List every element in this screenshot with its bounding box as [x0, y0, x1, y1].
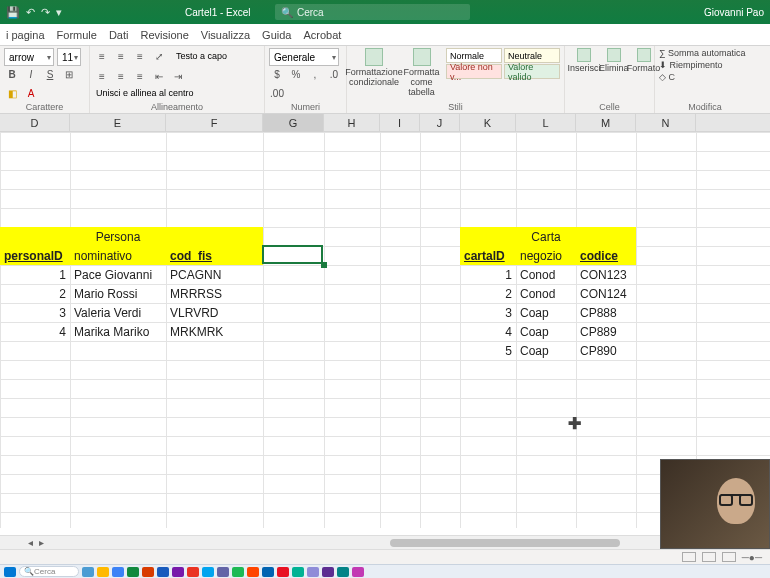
col-header-E[interactable]: E	[70, 114, 166, 132]
col-header-D[interactable]: D	[0, 114, 70, 132]
cell-M5[interactable]	[576, 227, 636, 246]
tab-help[interactable]: Guida	[262, 29, 291, 41]
selected-cell[interactable]	[262, 245, 323, 264]
tab-review[interactable]: Revisione	[140, 29, 188, 41]
task-view-icon[interactable]	[82, 567, 94, 577]
indent-inc-icon[interactable]: ⇥	[170, 69, 186, 85]
app8-icon[interactable]	[307, 567, 319, 577]
italic-button[interactable]: I	[23, 67, 39, 83]
undo-icon[interactable]: ↶	[26, 6, 35, 19]
merge-center-button[interactable]: Unisci e allinea al centro	[96, 88, 194, 98]
view-layout-icon[interactable]	[702, 552, 716, 562]
spotify-icon[interactable]	[232, 567, 244, 577]
insert-cells-button[interactable]: Inserisci	[569, 48, 599, 100]
qat-more-icon[interactable]: ▾	[56, 6, 62, 19]
col-header-L[interactable]: L	[516, 114, 576, 132]
comma-icon[interactable]: ,	[307, 67, 323, 83]
col-header-J[interactable]: J	[420, 114, 460, 132]
cell-E10[interactable]: Marika Mariko	[70, 322, 166, 341]
col-header-I[interactable]: I	[380, 114, 420, 132]
tell-me-search[interactable]: 🔍 Cerca	[275, 4, 470, 20]
sheet-tabs[interactable]: ◂▸	[28, 537, 44, 548]
app6-icon[interactable]	[277, 567, 289, 577]
font-size-dropdown[interactable]: 11	[57, 48, 81, 66]
app-icon[interactable]	[187, 567, 199, 577]
view-break-icon[interactable]	[722, 552, 736, 562]
col-header-N[interactable]: N	[636, 114, 696, 132]
teams-icon[interactable]	[172, 567, 184, 577]
tab-view[interactable]: Visualizza	[201, 29, 250, 41]
format-table-button[interactable]: Formatta come tabella	[399, 48, 444, 100]
scroll-thumb[interactable]	[390, 539, 620, 547]
cell-M6[interactable]: codice	[576, 246, 636, 265]
align-top-icon[interactable]: ≡	[94, 48, 110, 64]
app3-icon[interactable]	[217, 567, 229, 577]
horizontal-scrollbar[interactable]: ◂▸	[0, 535, 660, 549]
view-normal-icon[interactable]	[682, 552, 696, 562]
cell-D8[interactable]: 2	[0, 284, 70, 303]
cell-E9[interactable]: Valeria Verdi	[70, 303, 166, 322]
cell-D10[interactable]: 4	[0, 322, 70, 341]
align-mid-icon[interactable]: ≡	[113, 48, 129, 64]
app4-icon[interactable]	[247, 567, 259, 577]
number-format-dropdown[interactable]: Generale	[269, 48, 339, 66]
wrap-text-button[interactable]: Testo a capo	[176, 51, 227, 61]
col-header-K[interactable]: K	[460, 114, 516, 132]
conditional-formatting-button[interactable]: Formattazione condizionale	[351, 48, 397, 100]
cell-F7[interactable]: PCAGNN	[166, 265, 263, 284]
orientation-icon[interactable]: ⤢	[151, 48, 167, 64]
cell-L9[interactable]: Coap	[516, 303, 576, 322]
app2-icon[interactable]	[202, 567, 214, 577]
cell-F9[interactable]: VLRVRD	[166, 303, 263, 322]
cell-L10[interactable]: Coap	[516, 322, 576, 341]
cell-L6[interactable]: negozio	[516, 246, 576, 265]
taskbar-search[interactable]: 🔍 Cerca	[19, 566, 79, 577]
col-header-G[interactable]: G	[263, 114, 324, 132]
cell-E7[interactable]: Pace Giovanni	[70, 265, 166, 284]
cell-E6[interactable]: nominativo	[70, 246, 166, 265]
cell-M8[interactable]: CON124	[576, 284, 636, 303]
col-header-F[interactable]: F	[166, 114, 263, 132]
cell-K9[interactable]: 3	[460, 303, 516, 322]
cell-F6[interactable]: cod_fis	[166, 246, 263, 265]
app10-icon[interactable]	[337, 567, 349, 577]
tab-acrobat[interactable]: Acrobat	[303, 29, 341, 41]
tab-layout[interactable]: i pagina	[6, 29, 45, 41]
user-name[interactable]: Giovanni Pao	[704, 7, 764, 18]
start-icon[interactable]	[4, 567, 16, 577]
cell-M11[interactable]: CP890	[576, 341, 636, 360]
style-good[interactable]: Valore valido	[504, 64, 560, 79]
cell-L8[interactable]: Conod	[516, 284, 576, 303]
app11-icon[interactable]	[352, 567, 364, 577]
clear-button[interactable]: ◇ C	[659, 72, 751, 82]
cell-K10[interactable]: 4	[460, 322, 516, 341]
cell-M7[interactable]: CON123	[576, 265, 636, 284]
col-header-H[interactable]: H	[324, 114, 380, 132]
cell-F5[interactable]	[166, 227, 263, 246]
col-header-M[interactable]: M	[576, 114, 636, 132]
underline-button[interactable]: S	[42, 67, 58, 83]
style-bad[interactable]: Valore non v...	[446, 64, 502, 79]
dec-decimal-icon[interactable]: .00	[269, 86, 285, 102]
word-icon[interactable]	[157, 567, 169, 577]
inc-decimal-icon[interactable]: .0	[326, 67, 342, 83]
cell-L7[interactable]: Conod	[516, 265, 576, 284]
cell-M10[interactable]: CP889	[576, 322, 636, 341]
align-center-icon[interactable]: ≡	[113, 69, 129, 85]
delete-cells-button[interactable]: Elimina	[599, 48, 629, 100]
app5-icon[interactable]	[262, 567, 274, 577]
cell-K7[interactable]: 1	[460, 265, 516, 284]
cell-L5[interactable]: Carta	[516, 227, 576, 246]
cell-D6[interactable]: personalD	[0, 246, 70, 265]
tab-data[interactable]: Dati	[109, 29, 129, 41]
fill-button[interactable]: ⬇ Riempimento	[659, 60, 751, 70]
align-right-icon[interactable]: ≡	[132, 69, 148, 85]
cell-F8[interactable]: MRRRSS	[166, 284, 263, 303]
indent-dec-icon[interactable]: ⇤	[151, 69, 167, 85]
cell-D7[interactable]: 1	[0, 265, 70, 284]
cell-D5[interactable]	[0, 227, 70, 246]
cell-F10[interactable]: MRKMRK	[166, 322, 263, 341]
app9-icon[interactable]	[322, 567, 334, 577]
cell-D9[interactable]: 3	[0, 303, 70, 322]
ppt-icon[interactable]	[142, 567, 154, 577]
